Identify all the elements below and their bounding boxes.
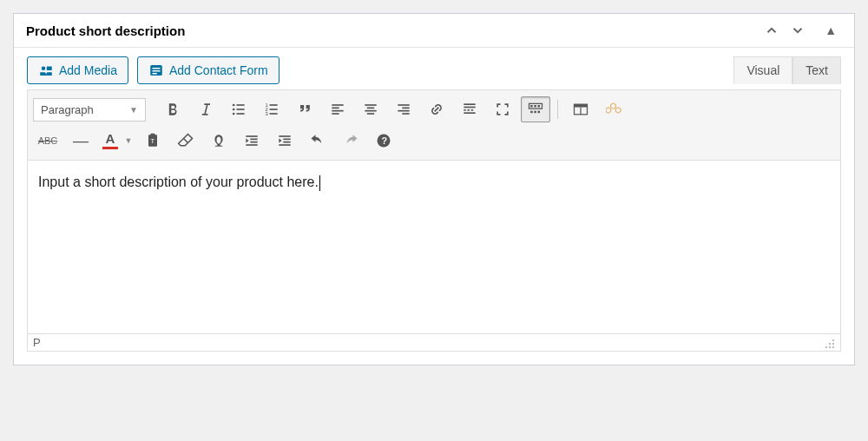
svg-rect-42 [538,111,541,114]
toggle-panel-button[interactable]: ▲ [819,23,842,37]
svg-rect-40 [530,111,533,114]
svg-rect-18 [332,104,343,106]
strikethrough-button[interactable]: ABC [33,128,62,154]
svg-rect-55 [283,142,290,143]
text-color-button[interactable]: A [99,128,122,154]
svg-rect-53 [279,135,290,137]
blockquote-button[interactable] [290,96,319,122]
align-left-button[interactable] [323,96,352,122]
svg-point-62 [825,346,827,348]
svg-rect-25 [367,113,374,115]
link-button[interactable] [422,96,451,122]
resize-icon [823,337,835,349]
toolbar-row-2: ABC — A ▼ T [33,125,835,156]
editor-toolbar: Paragraph ▼ 123 [27,89,841,161]
unordered-list-button[interactable] [224,96,253,122]
svg-rect-24 [365,110,376,112]
align-right-icon [395,101,412,118]
bold-button[interactable] [158,96,187,122]
columns-icon [572,101,589,118]
form-icon [148,63,164,78]
insert-more-button[interactable] [455,96,484,122]
svg-rect-52 [246,144,257,146]
indent-button[interactable] [270,128,299,154]
redo-button[interactable] [336,128,365,154]
editor-text: Input a short description of your produc… [38,174,319,189]
redo-icon [342,132,359,149]
svg-rect-15 [270,104,278,106]
element-path[interactable]: P [33,336,41,349]
svg-rect-33 [468,109,470,111]
svg-rect-20 [332,110,343,112]
align-right-button[interactable] [389,96,418,122]
editor-area[interactable]: Input a short description of your produc… [27,161,841,334]
toolbar-separator [557,100,558,119]
camera-icon [38,63,54,78]
italic-button[interactable] [191,96,220,122]
svg-rect-23 [367,108,374,109]
svg-rect-34 [471,109,474,111]
svg-rect-31 [464,107,475,109]
columns-button[interactable] [565,96,596,122]
svg-rect-19 [332,108,339,109]
bold-icon [164,101,181,118]
text-color-dropdown[interactable]: ▼ [122,128,135,154]
text-color-letter: A [106,132,115,145]
add-contact-form-label: Add Contact Form [169,63,268,77]
align-center-button[interactable] [356,96,385,122]
paste-as-text-button[interactable]: T [138,128,168,154]
add-media-button[interactable]: Add Media [27,56,128,84]
special-character-button[interactable] [204,128,233,154]
unordered-list-icon [230,101,247,118]
svg-rect-29 [402,113,409,115]
undo-icon [309,132,326,149]
honeycomb-icon [606,101,623,118]
omega-icon [210,132,227,149]
status-bar: P [27,333,841,352]
svg-text:?: ? [382,135,388,146]
move-up-button[interactable] [759,23,785,38]
fullscreen-button[interactable] [488,96,517,122]
blockquote-icon [296,101,313,118]
horizontal-rule-icon: — [73,132,89,150]
horizontal-rule-button[interactable]: — [66,128,95,154]
svg-rect-50 [250,139,257,141]
editor-content[interactable]: Input a short description of your produc… [38,174,830,191]
svg-rect-9 [237,104,245,106]
svg-point-64 [832,346,834,348]
outdent-button[interactable] [237,128,266,154]
link-icon [424,97,449,122]
svg-rect-28 [398,110,409,112]
help-button[interactable]: ? [369,128,398,154]
svg-text:T: T [151,137,155,145]
svg-rect-5 [152,73,156,75]
honeycomb-button[interactable] [600,96,629,122]
tab-visual[interactable]: Visual [733,56,792,84]
svg-rect-4 [152,70,160,72]
text-cursor [319,175,320,191]
toolbar-toggle-button[interactable] [521,96,550,122]
top-actions: Add Media Add Contact Form Visual Text [27,56,841,84]
svg-text:3: 3 [266,111,268,116]
svg-rect-44 [575,104,588,107]
align-center-icon [362,101,379,118]
svg-rect-16 [270,109,278,110]
short-description-panel: Product short description ▲ Add Media Ad… [13,13,855,365]
svg-rect-41 [534,111,536,114]
text-color-swatch [102,147,118,149]
fullscreen-icon [494,101,511,118]
undo-button[interactable] [303,128,332,154]
ordered-list-button[interactable]: 123 [257,96,286,122]
clear-formatting-button[interactable] [171,128,201,154]
clipboard-icon: T [144,132,161,149]
add-contact-form-button[interactable]: Add Contact Form [137,56,279,84]
insert-more-icon [461,101,478,118]
format-select[interactable]: Paragraph ▼ [33,98,146,122]
svg-rect-30 [464,103,475,105]
resize-handle[interactable] [823,337,835,349]
move-down-button[interactable] [785,23,811,38]
tab-text[interactable]: Text [792,56,841,84]
chevron-down-icon: ▼ [129,105,138,115]
svg-rect-1 [47,67,52,71]
svg-rect-22 [365,104,376,106]
